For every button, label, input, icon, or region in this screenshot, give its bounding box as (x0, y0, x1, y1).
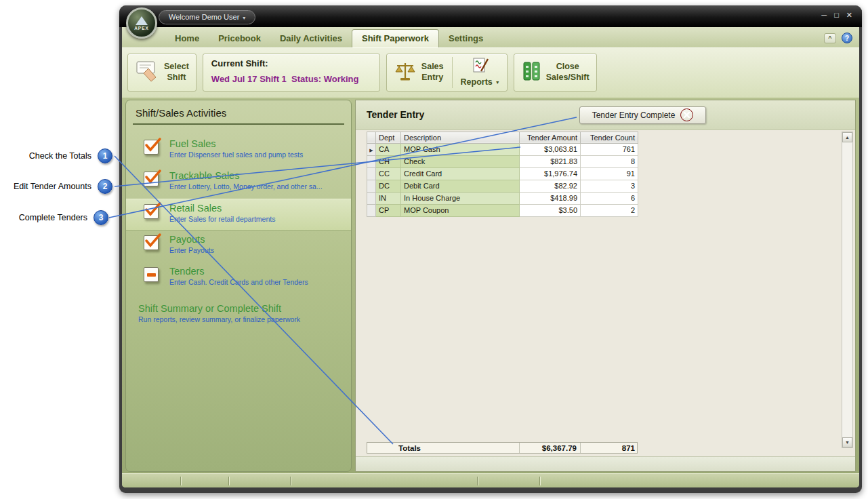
table-row[interactable]: IN In House Charge $418.99 6 (367, 192, 638, 204)
reports-label: Reports (461, 77, 493, 88)
current-shift-value: Wed Jul 17 Shift 1 Status: Working (211, 74, 371, 84)
checked-checkbox-icon[interactable] (144, 140, 159, 155)
logo-text: APEX (134, 26, 149, 31)
statusbar-separator (539, 477, 541, 485)
reports-button[interactable]: Reports ▼ (452, 57, 500, 88)
vertical-scrollbar[interactable]: ▲ ▼ (842, 132, 853, 448)
window-body: Home Pricebook Daily Activities Shift Pa… (122, 27, 859, 487)
sales-entry-button[interactable]: Sales Entry (394, 60, 444, 85)
close-sales-icon (521, 60, 541, 85)
tabstrip-tools: ^ ? (824, 33, 852, 43)
scroll-down-icon[interactable]: ▼ (842, 437, 852, 447)
item-subtitle: Enter Dispenser fuel sales and pump test… (169, 151, 346, 159)
checked-checkbox-icon[interactable] (144, 172, 159, 186)
sidebar-item-shift-summary[interactable]: Shift Summary or Complete Shift Run repo… (126, 300, 351, 332)
partial-checkbox-icon[interactable] (144, 267, 159, 282)
tender-entry-panel: Tender Entry Tender Entry Complete (355, 100, 856, 472)
table-header-row: Dept Description Tender Amount Tender Co… (367, 132, 638, 143)
close-sales-shift-button[interactable]: Close Sales/Shift (521, 60, 590, 85)
statusbar-separator (477, 477, 478, 485)
item-title: Shift Summary or Complete Shift (138, 303, 344, 314)
mountain-icon (136, 16, 148, 25)
dropdown-arrow-icon: ▼ (495, 80, 500, 85)
table-row[interactable]: CP MOP Coupon $3.50 2 (367, 204, 638, 216)
checked-checkbox-icon[interactable] (144, 235, 159, 250)
column-header-tender-amount[interactable]: Tender Amount (520, 132, 581, 143)
page: Welcome Demo User▾ ─ □ ✕ APEX Home Price… (0, 0, 868, 499)
sidebar-item-tenders[interactable]: Tenders Enter Cash. Credit Cards and oth… (126, 262, 351, 294)
row-selector-icon: ▶ (369, 148, 373, 153)
minimize-icon[interactable]: ─ (821, 11, 827, 20)
tab-daily-activities[interactable]: Daily Activities (270, 30, 352, 47)
callout-3: Complete Tenders 3 (9, 210, 108, 225)
app-window: Welcome Demo User▾ ─ □ ✕ APEX Home Price… (119, 5, 862, 493)
help-icon[interactable]: ? (842, 33, 852, 43)
item-subtitle: Enter Payouts (169, 246, 346, 254)
panel-footer (356, 456, 855, 471)
tender-entry-complete-button[interactable]: Tender Entry Complete (579, 106, 706, 124)
table-row[interactable]: DC Debit Card $82.92 3 (367, 180, 638, 192)
sidebar-title: Shift/Sales Activities (133, 106, 344, 125)
statusbar (122, 473, 859, 487)
select-shift-button[interactable]: Select Shift (135, 60, 189, 85)
current-shift-group: Current Shift: Wed Jul 17 Shift 1 Status… (203, 54, 380, 92)
callout-2: Edit Tender Amounts 2 (5, 179, 112, 194)
tender-table: Dept Description Tender Amount Tender Co… (367, 132, 638, 217)
item-title: Fuel Sales (169, 138, 346, 149)
sidebar-item-trackable-sales[interactable]: Trackable Sales Enter Lottery, Lotto, Mo… (126, 167, 351, 199)
tab-home[interactable]: Home (165, 30, 209, 47)
activity-list: Fuel Sales Enter Dispenser fuel sales an… (126, 135, 351, 332)
window-controls: ─ □ ✕ (821, 11, 852, 20)
sidebar-item-fuel-sales[interactable]: Fuel Sales Enter Dispenser fuel sales an… (126, 135, 351, 167)
checked-checkbox-icon[interactable] (144, 204, 159, 219)
red-x-icon (680, 108, 693, 121)
select-shift-label: Select Shift (164, 62, 189, 83)
user-menu-button[interactable]: Welcome Demo User▾ (159, 10, 255, 24)
collapse-ribbon-icon[interactable]: ^ (824, 33, 836, 43)
close-sales-label: Close Sales/Shift (546, 62, 590, 83)
close-sales-group: Close Sales/Shift (514, 54, 597, 92)
sidebar-item-retail-sales[interactable]: Retail Sales Enter Sales for retail depa… (126, 199, 351, 231)
ribbon-tabstrip: Home Pricebook Daily Activities Shift Pa… (122, 27, 859, 47)
item-subtitle: Enter Sales for retail departments (169, 215, 346, 223)
ribbon: Select Shift Current Shift: Wed Jul 17 S… (122, 47, 859, 98)
close-icon[interactable]: ✕ (846, 11, 852, 20)
table-row[interactable]: CH Check $821.83 8 (367, 155, 638, 167)
column-header-dept[interactable]: Dept (376, 132, 401, 143)
tab-settings[interactable]: Settings (439, 30, 493, 47)
table-row[interactable]: ▶ CA MOP Cash $3,063.81 761 (367, 143, 638, 155)
totals-row: Totals $6,367.79 871 (367, 442, 638, 454)
maximize-icon[interactable]: □ (834, 11, 839, 20)
totals-amount: $6,367.79 (520, 443, 581, 453)
item-title: Payouts (169, 234, 346, 245)
tab-shift-paperwork[interactable]: Shift Paperwork (352, 29, 439, 47)
content-area: Shift/Sales Activities Fuel Sales Enter … (122, 98, 859, 473)
totals-count: 871 (581, 443, 638, 453)
sidebar-item-payouts[interactable]: Payouts Enter Payouts (126, 231, 351, 262)
shift-sales-activities-panel: Shift/Sales Activities Fuel Sales Enter … (125, 100, 352, 472)
user-menu-label: Welcome Demo User (169, 13, 239, 21)
scroll-up-icon[interactable]: ▲ (842, 132, 852, 142)
table-row[interactable]: CC Credit Card $1,976.74 91 (367, 167, 638, 180)
totals-label: Totals (367, 443, 520, 453)
item-title: Retail Sales (169, 203, 346, 214)
statusbar-separator (228, 477, 230, 485)
item-title: Trackable Sales (169, 170, 346, 181)
callout-number-badge: 2 (98, 179, 112, 194)
callout-number-badge: 1 (98, 148, 112, 163)
column-header-description[interactable]: Description (401, 132, 520, 143)
item-subtitle: Enter Cash. Credit Cards and other Tende… (169, 278, 346, 286)
item-title: Tenders (169, 266, 346, 277)
apex-logo: APEX (126, 7, 157, 39)
statusbar-separator (290, 477, 291, 485)
tab-pricebook[interactable]: Pricebook (209, 30, 270, 47)
sales-group: Sales Entry (386, 54, 508, 92)
panel-title: Tender Entry (367, 109, 424, 120)
select-shift-group: Select Shift (127, 54, 197, 92)
indeterminate-mark (147, 273, 156, 277)
sales-entry-label: Sales Entry (421, 62, 444, 83)
item-subtitle: Run reports, review summary, or finalize… (138, 315, 344, 323)
callout-label: Check the Totals (29, 151, 91, 161)
column-header-tender-count[interactable]: Tender Count (581, 132, 638, 143)
caret-down-icon: ▾ (243, 15, 245, 21)
